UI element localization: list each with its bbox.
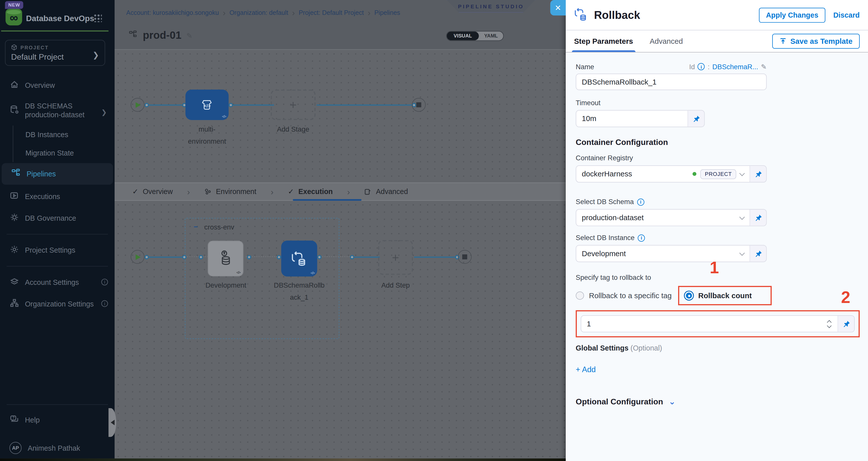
pin-icon — [692, 115, 700, 123]
edit-pencil-icon[interactable]: ✎ — [186, 31, 192, 39]
drawer-tabs: Step Parameters Advanced Save as Templat… — [566, 30, 868, 53]
step-node-dbschemarollback[interactable]: </> — [281, 240, 317, 276]
optional-configuration-toggle[interactable]: Optional Configuration ⌄ — [576, 397, 858, 406]
annotation-2: 2 — [841, 289, 850, 306]
desktop-edge — [0, 459, 566, 461]
pin-button[interactable] — [750, 166, 766, 182]
rollback-count-input[interactable]: 1 — [581, 316, 838, 332]
toggle-yaml[interactable]: YAML — [479, 31, 503, 40]
port — [229, 103, 233, 107]
sidebar-item-organization-settings[interactable]: Organization Settings i — [0, 293, 115, 315]
visual-yaml-toggle[interactable]: VISUAL YAML — [446, 31, 504, 41]
add-step-button[interactable]: + — [378, 240, 413, 275]
optional-suffix: (Optional) — [630, 344, 662, 352]
tab-execution[interactable]: ✓Execution — [288, 188, 333, 196]
brand-divider — [1, 30, 108, 31]
close-drawer-button[interactable]: ✕ — [550, 0, 566, 15]
tab-step-parameters[interactable]: Step Parameters — [574, 30, 633, 52]
stage-label: multi-environment — [182, 124, 232, 148]
gear-icon — [9, 244, 19, 255]
add-global-setting-link[interactable]: + Add — [576, 365, 858, 374]
tab-advanced[interactable]: Advanced — [364, 188, 408, 196]
discard-link[interactable]: Discard — [833, 11, 860, 19]
edge — [317, 104, 416, 105]
play-icon — [135, 102, 141, 107]
pipeline-icon — [128, 30, 138, 40]
sidebar-item-executions[interactable]: Executions — [0, 186, 115, 207]
step-node-development[interactable]: </> — [208, 240, 244, 276]
pin-button[interactable] — [750, 209, 766, 226]
tab-advanced-panel[interactable]: Advanced — [650, 30, 683, 52]
db-schema-icon — [9, 105, 19, 117]
schema-label: Select DB Schemai — [576, 198, 858, 206]
add-stage-button[interactable]: + — [271, 90, 316, 120]
pin-button[interactable] — [838, 316, 854, 332]
save-as-template-button[interactable]: Save as Template — [772, 34, 860, 48]
svg-text:</>: </> — [204, 103, 211, 108]
pin-button[interactable] — [688, 111, 704, 127]
radio-specific-tag[interactable]: Rollback to a specific tag — [576, 291, 672, 300]
pipeline-studio-badge: PIPELINE STUDIO — [447, 0, 535, 13]
instance-select[interactable]: Development — [576, 245, 750, 262]
drawer-header: Rollback Apply Changes Discard — [566, 0, 868, 30]
pipeline-start-node[interactable] — [131, 98, 145, 112]
app-title: Database DevOps — [26, 14, 94, 23]
breadcrumb[interactable]: Account: kurosakiichigo.songoku› Organiz… — [126, 8, 400, 17]
pin-button[interactable] — [750, 245, 766, 262]
tab-overview[interactable]: ✓Overview — [132, 188, 173, 196]
chevron-down-icon[interactable] — [739, 250, 745, 255]
radio-selected-icon[interactable] — [685, 291, 693, 300]
sidebar-item-help[interactable]: ? Help — [0, 409, 115, 431]
step-group-cross-env[interactable] — [185, 218, 339, 339]
name-input[interactable]: DBSchemaRollback_1 — [576, 73, 767, 90]
chevron-down-icon[interactable] — [739, 170, 745, 176]
pipeline-name: prod-01 — [143, 29, 181, 41]
port — [199, 255, 203, 259]
schema-select[interactable]: production-dataset — [576, 209, 750, 226]
registry-select[interactable]: dockerHarness PROJECT — [576, 166, 750, 182]
scope-badge: PROJECT — [701, 169, 736, 179]
tab-environment[interactable]: Environment — [204, 188, 256, 196]
sidebar-item-overview[interactable]: Overview — [0, 75, 115, 96]
toggle-visual[interactable]: VISUAL — [447, 31, 479, 40]
step-id-value: DBSchemaR... — [712, 63, 758, 70]
execution-start-node — [131, 250, 145, 264]
project-selector[interactable]: PROJECT Default Project ❯ — [5, 40, 105, 66]
pipeline-studio-canvas: Account: kurosakiichigo.songoku› Organiz… — [115, 0, 566, 459]
info-icon[interactable]: i — [638, 234, 645, 241]
home-icon — [9, 80, 19, 91]
module-grid-icon[interactable] — [93, 14, 102, 22]
sidebar-item-pipelines[interactable]: Pipelines — [2, 163, 113, 185]
info-icon[interactable]: i — [637, 198, 644, 206]
info-icon[interactable]: i — [698, 63, 705, 70]
user-menu[interactable]: AP Animesh Pathak — [0, 436, 115, 460]
edit-id-pencil-icon[interactable]: ✎ — [761, 62, 767, 71]
name-label: Name — [576, 63, 594, 70]
sidebar-item-db-governance[interactable]: DB Governance — [0, 207, 115, 229]
org-chart-icon — [9, 298, 19, 309]
sidebar-item-db-schemas[interactable]: DB SCHEMASproduction-dataset ❯ — [0, 96, 115, 125]
count-input-group: 1 — [581, 315, 855, 332]
divider — [6, 234, 108, 234]
sidebar-item-db-instances[interactable]: DB Instances — [13, 125, 115, 144]
sidebar-item-account-settings[interactable]: Account Settings i — [0, 271, 115, 293]
apply-changes-button[interactable]: Apply Changes — [759, 7, 826, 23]
stage-node-multi-environment[interactable]: </> </> — [185, 90, 228, 120]
sidebar-item-migration-state[interactable]: Migration State — [13, 143, 115, 162]
execution-end-node — [458, 250, 471, 264]
number-stepper[interactable] — [828, 321, 832, 327]
group-label[interactable]: – cross-env — [194, 224, 234, 231]
plus-icon: + — [392, 250, 399, 264]
project-name: Default Project — [11, 53, 99, 61]
timeout-input[interactable]: 10m — [576, 111, 688, 127]
radio-rollback-count[interactable]: Rollback count — [678, 286, 772, 305]
execution-canvas: – cross-env </> </> + Development D — [115, 201, 566, 456]
chevron-down-icon[interactable] — [739, 214, 745, 220]
divider — [6, 266, 108, 266]
registry-label: Container Registry — [576, 154, 858, 162]
sidebar-item-project-settings[interactable]: Project Settings — [0, 239, 115, 261]
add-step-label: Add Step — [378, 280, 413, 292]
collapse-minus-icon[interactable]: – — [194, 225, 199, 230]
radio-unselected-icon[interactable] — [576, 291, 584, 300]
sidebar: NEW ∞ Database DevOps PROJECT Default Pr… — [0, 0, 115, 459]
